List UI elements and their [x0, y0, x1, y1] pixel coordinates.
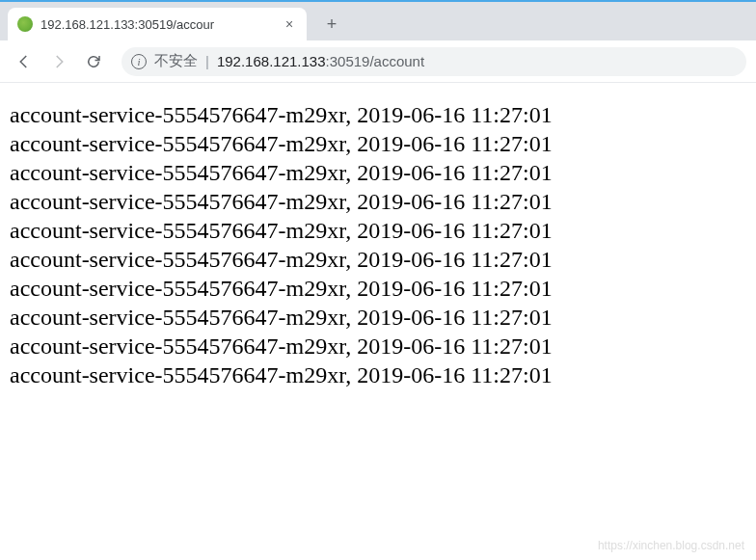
arrow-left-icon: [15, 53, 33, 70]
content-line: account-service-5554576647-m29xr, 2019-0…: [10, 332, 746, 360]
close-icon[interactable]: ×: [282, 16, 297, 32]
arrow-right-icon: [50, 53, 68, 70]
divider: |: [205, 53, 209, 69]
tab-title: 192.168.121.133:30519/accour: [40, 17, 274, 32]
url-port: :30519: [326, 53, 370, 69]
page-content: account-service-5554576647-m29xr, 2019-0…: [0, 83, 756, 407]
back-button[interactable]: [10, 47, 39, 76]
forward-button[interactable]: [44, 47, 73, 76]
content-line: account-service-5554576647-m29xr, 2019-0…: [10, 274, 746, 303]
url-host: 192.168.121.133: [217, 53, 326, 69]
content-line: account-service-5554576647-m29xr, 2019-0…: [10, 216, 746, 245]
reload-icon: [85, 53, 102, 70]
url-text: 192.168.121.133:30519/account: [217, 53, 424, 69]
address-bar[interactable]: i 不安全 | 192.168.121.133:30519/account: [122, 47, 746, 76]
content-line: account-service-5554576647-m29xr, 2019-0…: [10, 129, 746, 158]
content-line: account-service-5554576647-m29xr, 2019-0…: [10, 100, 746, 129]
content-line: account-service-5554576647-m29xr, 2019-0…: [10, 158, 746, 187]
browser-tab[interactable]: 192.168.121.133:30519/accour ×: [8, 8, 307, 40]
reload-button[interactable]: [79, 47, 108, 76]
toolbar: i 不安全 | 192.168.121.133:30519/account: [0, 40, 756, 83]
content-line: account-service-5554576647-m29xr, 2019-0…: [10, 245, 746, 274]
info-icon[interactable]: i: [131, 54, 147, 69]
spring-favicon-icon: [17, 16, 33, 32]
new-tab-button[interactable]: +: [318, 11, 345, 38]
tab-bar: 192.168.121.133:30519/accour × +: [0, 2, 756, 40]
content-line: account-service-5554576647-m29xr, 2019-0…: [10, 187, 746, 216]
content-line: account-service-5554576647-m29xr, 2019-0…: [10, 303, 746, 332]
url-path: /account: [369, 53, 424, 69]
security-label: 不安全: [154, 52, 198, 70]
content-line: account-service-5554576647-m29xr, 2019-0…: [10, 360, 746, 389]
watermark: https://xinchen.blog.csdn.net: [598, 539, 744, 552]
